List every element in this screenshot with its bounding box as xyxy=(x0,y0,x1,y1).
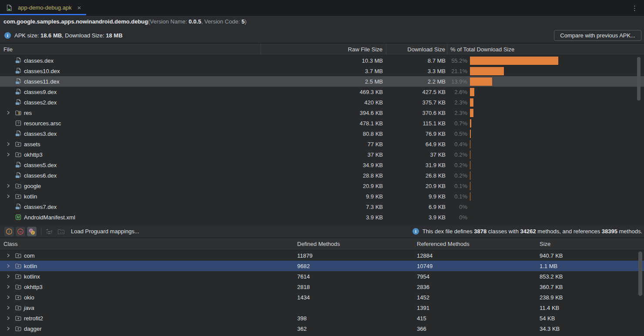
class-row[interactable]: retrofit239841554 KB xyxy=(0,313,644,323)
chevron-right-icon[interactable] xyxy=(6,194,15,198)
dex-info-icon: i xyxy=(413,228,419,235)
chevron-right-icon[interactable] xyxy=(6,295,15,299)
column-header-raw-file-size[interactable]: Raw File Size xyxy=(261,44,386,55)
class-table-scrollbar[interactable] xyxy=(638,252,642,296)
chevron-right-icon[interactable] xyxy=(6,184,15,188)
class-row[interactable]: okio14341452238.9 KB xyxy=(0,292,644,302)
file-name: classes.dex xyxy=(24,57,54,64)
load-proguard-mappings-label[interactable]: Load Proguard mappings... xyxy=(71,228,139,235)
apk-size-bar: i APK size: 18.6 MB, Download Size: 18 M… xyxy=(0,27,644,44)
file-row[interactable]: 01classes.dex10.3 MB8.7 MB55.2% xyxy=(0,55,644,66)
class-row[interactable]: dagger36236634.3 KB xyxy=(0,323,644,334)
column-header-size[interactable]: Size xyxy=(536,241,644,247)
file-row[interactable]: MAndroidManifest.xml3.9 KB3.9 KB0% xyxy=(0,212,644,222)
percent-bar xyxy=(470,88,474,96)
chevron-right-icon[interactable] xyxy=(6,264,15,268)
file-row[interactable]: assets77 KB64.9 KB0.4% xyxy=(0,139,644,149)
folder-icon xyxy=(15,325,22,332)
percent-value: 0.7% xyxy=(447,120,467,127)
package-name: com.google.samples.apps.nowinandroid.dem… xyxy=(3,18,148,25)
file-name: classes10.dex xyxy=(24,68,60,74)
deobfuscate-names-icon[interactable]: a.b xyxy=(57,227,66,236)
referenced-methods: 1391 xyxy=(413,305,536,311)
file-name: google xyxy=(24,183,41,189)
file-name: assets xyxy=(24,141,40,148)
chevron-right-icon[interactable] xyxy=(6,316,15,320)
file-row[interactable]: 01classes2.dex420 KB375.7 KB2.3% xyxy=(0,97,644,108)
column-header-defined-methods[interactable]: Defined Methods xyxy=(292,241,413,247)
percent-value: 0% xyxy=(447,214,467,221)
raw-file-size: 80.8 KB xyxy=(261,131,386,137)
show-methods-toggle[interactable]: m xyxy=(16,227,25,236)
referenced-methods: 12884 xyxy=(413,252,536,259)
referenced-methods: 366 xyxy=(413,326,536,332)
file-row[interactable]: 01classes10.dex3.7 MB3.3 MB21.1% xyxy=(0,66,644,76)
chevron-right-icon[interactable] xyxy=(6,306,15,310)
percent-value: 2.6% xyxy=(447,89,467,95)
dex-icon: 01 xyxy=(15,67,22,74)
chevron-right-icon[interactable] xyxy=(6,326,15,331)
download-size: 115.1 KB xyxy=(386,120,447,127)
file-row[interactable]: kotlin9.9 KB9.9 KB0.1% xyxy=(0,191,644,202)
file-name-cell: res xyxy=(0,109,261,116)
expand-tree-icon[interactable] xyxy=(45,227,54,236)
file-row[interactable]: 01classes11.dex2.5 MB2.2 MB13.9% xyxy=(0,76,644,87)
column-header-file[interactable]: File xyxy=(0,44,261,55)
file-row[interactable]: 01classes9.dex469.3 KB427.5 KB2.6% xyxy=(0,87,644,97)
dex-toolbar: f m c f xyxy=(0,225,644,238)
percent-cell: 2.3% xyxy=(447,109,644,117)
svg-text:01: 01 xyxy=(16,92,19,95)
package-name-cell: kotlinx xyxy=(0,273,292,280)
percent-bar xyxy=(470,67,504,75)
file-row[interactable]: 01classes5.dex34.9 KB31.9 KB0.2% xyxy=(0,160,644,170)
kebab-menu-icon[interactable]: ⋮ xyxy=(631,4,638,12)
column-header-referenced-methods[interactable]: Referenced Methods xyxy=(413,241,536,247)
package-name: kotlinx xyxy=(24,273,40,280)
class-row[interactable]: java139111.4 KB xyxy=(0,302,644,313)
file-row[interactable]: ?resources.arsc478.1 KB115.1 KB0.7% xyxy=(0,118,644,128)
dex-icon: 01 xyxy=(15,99,22,106)
tab-apk-file[interactable]: app-demo-debug.apk × xyxy=(0,0,87,15)
chevron-right-icon[interactable] xyxy=(6,253,15,258)
chevron-right-icon[interactable] xyxy=(6,285,15,289)
file-row[interactable]: res394.6 KB370.6 KB2.3% xyxy=(0,108,644,118)
folder-icon xyxy=(15,283,22,290)
percent-value: 13.9% xyxy=(447,78,467,85)
svg-text:01: 01 xyxy=(16,207,19,210)
percent-bar xyxy=(470,119,471,128)
class-row[interactable]: kotlin9682107491.1 MB xyxy=(0,261,644,271)
show-all-referenced-toggle[interactable]: c f xyxy=(27,227,37,236)
column-header-class[interactable]: Class xyxy=(0,241,292,247)
compare-with-previous-apk-button[interactable]: Compare with previous APK... xyxy=(554,30,641,41)
file-row[interactable]: 01classes6.dex28.8 KB26.8 KB0.2% xyxy=(0,170,644,181)
class-row[interactable]: kotlinx76147954853.2 KB xyxy=(0,271,644,282)
folder-icon xyxy=(15,304,22,311)
percent-bar xyxy=(470,77,492,86)
chevron-right-icon[interactable] xyxy=(6,274,15,279)
chevron-right-icon[interactable] xyxy=(6,152,15,157)
package-name-cell: okhttp3 xyxy=(0,283,292,290)
download-size: 26.8 KB xyxy=(386,172,447,179)
file-name: classes6.dex xyxy=(24,172,57,179)
class-row[interactable]: okhttp328182836360.7 KB xyxy=(0,282,644,292)
file-table-header: File Raw File Size Download Size % of To… xyxy=(0,44,644,55)
file-row[interactable]: google20.9 KB20.9 KB0.1% xyxy=(0,181,644,191)
column-header-download-size[interactable]: Download Size xyxy=(386,44,447,55)
file-table-scrollbar[interactable] xyxy=(637,57,641,101)
file-name: classes5.dex xyxy=(24,162,57,168)
file-row[interactable]: 01classes7.dex7.3 KB6.9 KB0% xyxy=(0,202,644,212)
defined-methods: 7614 xyxy=(292,273,413,280)
file-name-cell: 01classes5.dex xyxy=(0,161,261,168)
chevron-right-icon[interactable] xyxy=(6,111,15,115)
close-icon[interactable]: × xyxy=(77,4,81,11)
show-fields-toggle[interactable]: f xyxy=(4,227,14,236)
package-name-cell: java xyxy=(0,304,292,311)
file-row[interactable]: okhttp337 KB37 KB0.2% xyxy=(0,149,644,160)
file-row[interactable]: 01classes3.dex80.8 KB76.9 KB0.5% xyxy=(0,128,644,139)
chevron-right-icon[interactable] xyxy=(6,142,15,146)
class-row[interactable]: com1187912884940.7 KB xyxy=(0,250,644,261)
column-header-percent-of-total[interactable]: % of Total Download Size xyxy=(447,44,644,55)
folder-icon xyxy=(15,273,22,280)
file-name-cell: ?resources.arsc xyxy=(0,120,261,127)
download-size: 3.9 KB xyxy=(386,214,447,221)
